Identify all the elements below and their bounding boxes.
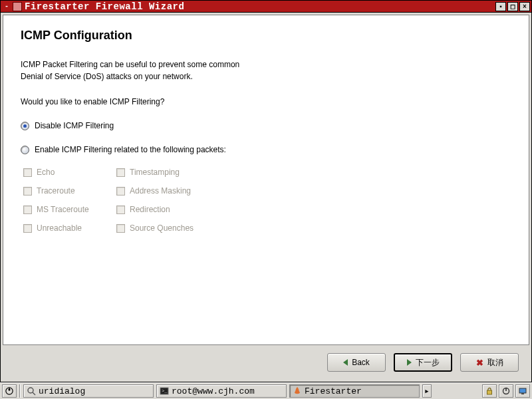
radio-icon (21, 146, 29, 154)
task-label: Firestarter (305, 386, 362, 396)
button-bar: Back 下一步 ✖ 取消 (3, 346, 529, 379)
arrow-left-icon (343, 359, 348, 366)
radio-disable-icmp[interactable]: Disable ICMP Filtering (21, 121, 511, 130)
checkbox-ms-traceroute: MS Traceroute (23, 205, 116, 214)
taskbar-overflow-icon[interactable]: ▸ (422, 384, 432, 398)
checkbox-icon (116, 168, 125, 177)
taskbar-item-uridialog[interactable]: uridialog (23, 384, 154, 398)
svg-line-2 (33, 392, 35, 395)
close-button[interactable]: × (519, 2, 530, 11)
taskbar: uridialog >_ root@www.cjh.com Firestarte… (0, 382, 532, 399)
tray-display-icon[interactable] (515, 384, 530, 398)
taskbar-separator (19, 384, 21, 398)
checkbox-icon (23, 224, 32, 233)
description-text: ICMP Packet Filtering can be useful to p… (21, 59, 511, 82)
svg-rect-5 (487, 390, 492, 394)
prompt-text: Would you like to enable ICMP Filtering? (21, 96, 511, 108)
svg-text:>_: >_ (162, 388, 168, 394)
taskbar-item-terminal[interactable]: >_ root@www.cjh.com (156, 384, 287, 398)
start-button[interactable] (2, 384, 17, 398)
taskbar-item-firestarter[interactable]: Firestarter (289, 384, 420, 398)
system-tray (482, 384, 530, 398)
kde-icon (5, 386, 13, 396)
button-label: Back (352, 358, 370, 367)
cancel-button[interactable]: ✖ 取消 (460, 353, 519, 372)
maximize-button[interactable]: ◻ (507, 2, 518, 11)
checkbox-icon (23, 187, 32, 196)
button-label: 下一步 (416, 357, 440, 368)
checkbox-icon (116, 224, 125, 233)
task-label: root@www.cjh.com (172, 386, 255, 396)
window-menu-icon[interactable]: - (2, 2, 11, 11)
wizard-panel: ICMP Configuration ICMP Packet Filtering… (3, 15, 529, 345)
arrow-right-icon (407, 359, 412, 366)
task-label: uridialog (39, 386, 85, 396)
tray-power-icon[interactable] (499, 384, 513, 398)
svg-point-1 (28, 388, 33, 393)
checkbox-icon (23, 205, 32, 214)
terminal-icon: >_ (160, 386, 169, 396)
checkbox-timestamping: Timestamping (116, 168, 209, 177)
checkbox-traceroute: Traceroute (23, 186, 116, 196)
svg-rect-9 (521, 394, 524, 395)
page-title: ICMP Configuration (21, 29, 511, 43)
close-icon: ✖ (476, 358, 483, 368)
checkbox-address-masking: Address Masking (116, 186, 209, 196)
radio-enable-icmp[interactable]: Enable ICMP Filtering related to the fol… (21, 145, 511, 154)
firestarter-icon (293, 386, 302, 396)
radio-label: Disable ICMP Filtering (35, 121, 114, 130)
checkbox-icon (116, 187, 125, 196)
packet-checkbox-grid: Echo Timestamping Traceroute Address Mas… (23, 168, 511, 233)
checkbox-unreachable: Unreachable (23, 223, 116, 233)
button-label: 取消 (487, 357, 503, 368)
radio-label: Enable ICMP Filtering related to the fol… (35, 145, 226, 154)
tray-lock-icon[interactable] (482, 384, 497, 398)
app-icon (13, 2, 22, 11)
window-title: Firestarter Firewall Wizard (25, 1, 494, 12)
checkbox-icon (116, 205, 125, 214)
wizard-window: - Firestarter Firewall Wizard ▪ ◻ × ICMP… (0, 0, 532, 382)
radio-icon (21, 122, 29, 130)
checkbox-echo: Echo (23, 168, 116, 177)
svg-rect-8 (519, 388, 526, 393)
titlebar[interactable]: - Firestarter Firewall Wizard ▪ ◻ × (1, 1, 531, 13)
checkbox-source-quenches: Source Quenches (116, 223, 209, 233)
checkbox-redirection: Redirection (116, 205, 209, 214)
next-button[interactable]: 下一步 (394, 353, 452, 372)
minimize-button[interactable]: ▪ (495, 2, 506, 11)
checkbox-icon (23, 168, 32, 177)
back-button[interactable]: Back (327, 353, 386, 372)
search-icon (27, 386, 36, 396)
